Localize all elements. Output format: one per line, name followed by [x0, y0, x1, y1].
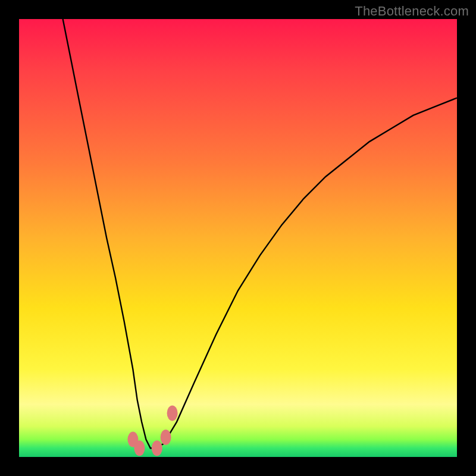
bottleneck-curve — [63, 19, 457, 448]
plot-area — [19, 19, 457, 457]
curve-markers — [127, 405, 177, 456]
chart-frame: TheBottleneck.com — [0, 0, 476, 476]
marker-left-2 — [134, 440, 145, 456]
marker-top — [167, 405, 178, 421]
curve-layer — [19, 19, 457, 457]
marker-right-2 — [161, 430, 171, 445]
marker-right-1 — [152, 440, 162, 456]
watermark-text: TheBottleneck.com — [355, 4, 469, 19]
